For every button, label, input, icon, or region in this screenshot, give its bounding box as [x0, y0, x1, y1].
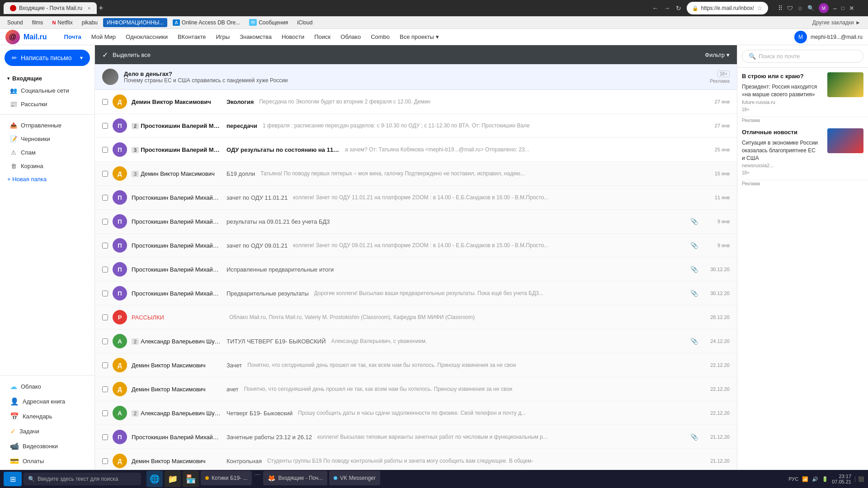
minimize-button[interactable]: –: [833, 5, 837, 12]
email-checkbox[interactable]: [102, 267, 108, 272]
taskbar-vk-messenger[interactable]: VK Messenger: [329, 471, 380, 485]
bookmark-sound[interactable]: Sound: [4, 18, 27, 27]
email-row[interactable]: ППростокишин Валерий МихайловичЗачетные …: [95, 425, 737, 449]
search-input-box[interactable]: 🔍 Поиск по почте: [742, 50, 863, 63]
sidebar-contacts[interactable]: 👤 Адресная книга: [3, 394, 92, 409]
sidebar-spam[interactable]: ⚠ Спам: [3, 145, 92, 159]
sidebar-payments[interactable]: 💳 Оплаты: [3, 454, 92, 469]
email-checkbox[interactable]: [102, 291, 108, 296]
bookmark-pikabu[interactable]: pikabu: [78, 18, 101, 27]
select-all-button[interactable]: Выделить все: [113, 52, 151, 58]
close-button[interactable]: ✕: [849, 5, 854, 12]
new-tab-button[interactable]: +: [99, 4, 104, 13]
email-row[interactable]: РРАССЫЛКИ Облако Mail.ru, Почта Mail.ru,…: [95, 305, 737, 329]
bookmark-info[interactable]: ИНФОРМАЦИОННЫ...: [103, 18, 167, 27]
nav-odnoklassniki[interactable]: Одноклассники: [121, 31, 172, 43]
bookmark-online-access[interactable]: A Online Access DB Ore...: [169, 18, 244, 27]
taskbar-kotiki[interactable]: Котики Б19- ...: [201, 471, 252, 485]
nav-combo[interactable]: Combo: [366, 31, 394, 43]
email-row[interactable]: Д3Демин Виктор МаксимовичБ19 допли Татья…: [95, 162, 737, 186]
tab-close-button[interactable]: ×: [88, 6, 90, 11]
promo-banner[interactable]: Дело в деньгах? Почему страны ЕС и США с…: [95, 64, 737, 90]
forward-button[interactable]: →: [664, 5, 670, 12]
new-folder-button[interactable]: + Новая папка: [0, 173, 94, 186]
email-row[interactable]: П3Простокишин Валерий МихайловичОДУ резу…: [95, 138, 737, 162]
email-checkbox[interactable]: [102, 386, 108, 392]
email-row[interactable]: ППростокишин Валерий МихайловичПредварит…: [95, 282, 737, 305]
email-row[interactable]: ППростокишин Валерий МихайловичИсправлен…: [95, 258, 737, 282]
bookmark-icloud[interactable]: iCloud: [293, 18, 316, 27]
compose-button[interactable]: ✏ Написать письмо ▾: [5, 50, 90, 66]
sidebar-tasks[interactable]: ✓ Задачи: [3, 424, 92, 439]
email-row[interactable]: ППростокишин Валерий Михайловичзачет по …: [95, 234, 737, 258]
taskbar-app-2[interactable]: 📁: [165, 471, 181, 487]
nav-pochta[interactable]: Почта: [60, 31, 86, 43]
email-checkbox[interactable]: [102, 314, 108, 320]
email-row[interactable]: ППростокишин Валерий Михайловичзачет по …: [95, 186, 737, 210]
nav-znakomstva[interactable]: Знакомства: [235, 31, 276, 43]
nav-poisk[interactable]: Поиск: [310, 31, 335, 43]
email-row[interactable]: П2Простокишин Валерий Михайловичпересдач…: [95, 114, 737, 138]
bookmark-messages[interactable]: ✉ Сообщения: [245, 18, 292, 27]
taskbar-app-3[interactable]: 🏪: [183, 471, 199, 487]
mailru-logo[interactable]: Mail.ru: [24, 33, 47, 41]
bookmark-films[interactable]: films: [28, 18, 47, 27]
email-row[interactable]: А2Александр Валерьевич Шутов.ТИТУЛ ЧЕТВЕ…: [95, 329, 737, 353]
bookmark-netflix[interactable]: N Netflix: [48, 18, 76, 27]
tasks-icon: ✓: [10, 427, 16, 436]
sidebar-calendar[interactable]: 📅 Календарь: [3, 409, 92, 424]
nav-oblako[interactable]: Облако: [336, 31, 365, 43]
start-button[interactable]: ⊞: [4, 472, 22, 486]
email-row[interactable]: ДДемин Виктор МаксимовичЗачет Понятно, ч…: [95, 353, 737, 377]
active-tab[interactable]: Входящие - Почта Mail.ru ×: [4, 2, 97, 14]
profile-icon[interactable]: M: [819, 3, 829, 13]
shield-icon[interactable]: 🛡: [787, 5, 793, 12]
nav-igry[interactable]: Игры: [212, 31, 235, 43]
search-icon[interactable]: 🔍: [807, 5, 814, 11]
nav-vkontakte[interactable]: ВКонтакте: [173, 31, 211, 43]
email-checkbox[interactable]: [102, 171, 108, 177]
email-checkbox[interactable]: [102, 99, 108, 105]
sidebar-drafts[interactable]: 📝 Черновики: [3, 132, 92, 145]
email-checkbox[interactable]: [102, 458, 108, 464]
sidebar-trash[interactable]: 🗑 Корзина: [3, 159, 92, 173]
maximize-button[interactable]: □: [841, 5, 844, 11]
email-checkbox[interactable]: [102, 147, 108, 153]
email-checkbox[interactable]: [102, 243, 108, 249]
nav-vse-proekty[interactable]: Все проекты ▾: [395, 31, 443, 43]
sidebar-sent[interactable]: 📤 Отправленные: [3, 118, 92, 132]
taskbar-vhodyashchie[interactable]: 🦊 Входящие - Поч...: [263, 471, 327, 485]
taskbar-search[interactable]: 🔍 Введите здесь текст для поиска: [24, 473, 141, 485]
bookmark-icon[interactable]: ☆: [797, 5, 803, 12]
taskbar-app-1[interactable]: 🌐: [146, 471, 163, 487]
refresh-button[interactable]: ↻: [676, 5, 681, 12]
bookmark-netflix-label: Netflix: [57, 19, 72, 26]
email-checkbox[interactable]: [102, 195, 108, 201]
sidebar-cloud[interactable]: ☁ Облако: [3, 379, 92, 394]
email-row[interactable]: ППростокишин Валерий Михайловичрезультат…: [95, 210, 737, 234]
sidebar-social[interactable]: 👥 Социальные сети: [3, 84, 92, 97]
email-checkbox[interactable]: [102, 219, 108, 225]
email-checkbox[interactable]: [102, 338, 108, 344]
email-row[interactable]: А2Александр Валерьевич Шутов.Четверг Б19…: [95, 401, 737, 425]
back-button[interactable]: ←: [652, 5, 659, 12]
nav-moi-mir[interactable]: Мой Мир: [87, 31, 120, 43]
news-item[interactable]: Отличные новостиСитуация в экономике Рос…: [737, 124, 868, 181]
inbox-header[interactable]: ▾ Входящие: [0, 72, 94, 84]
email-checkbox[interactable]: [102, 123, 108, 129]
extensions-icon[interactable]: ⠿: [778, 5, 783, 12]
email-checkbox[interactable]: [102, 362, 108, 368]
taskbar-show-desktop-icon[interactable]: ⬛: [855, 476, 864, 482]
email-row[interactable]: ДДемин Виктор Максимовичачет Понятно, чт…: [95, 377, 737, 401]
email-row[interactable]: ДДемин Виктор МаксимовичЭкология Пересда…: [95, 90, 737, 114]
sidebar-newsletters[interactable]: 📰 Рассылки: [3, 97, 92, 111]
bookmark-other[interactable]: Другие закладки ►: [809, 18, 864, 27]
sidebar-video[interactable]: 📹 Видеозвонки: [3, 439, 92, 454]
email-checkbox[interactable]: [102, 410, 108, 416]
address-star-icon[interactable]: ☆: [757, 5, 763, 12]
filter-button[interactable]: Фильтр ▾: [705, 52, 730, 58]
address-bar[interactable]: 🔒 https://e.mail.ru/inbox/ ☆: [687, 2, 768, 14]
nav-novosti[interactable]: Новости: [277, 31, 309, 43]
email-checkbox[interactable]: [102, 434, 108, 440]
news-item[interactable]: В строю или с краю?Президент: Россия нах…: [737, 68, 868, 117]
